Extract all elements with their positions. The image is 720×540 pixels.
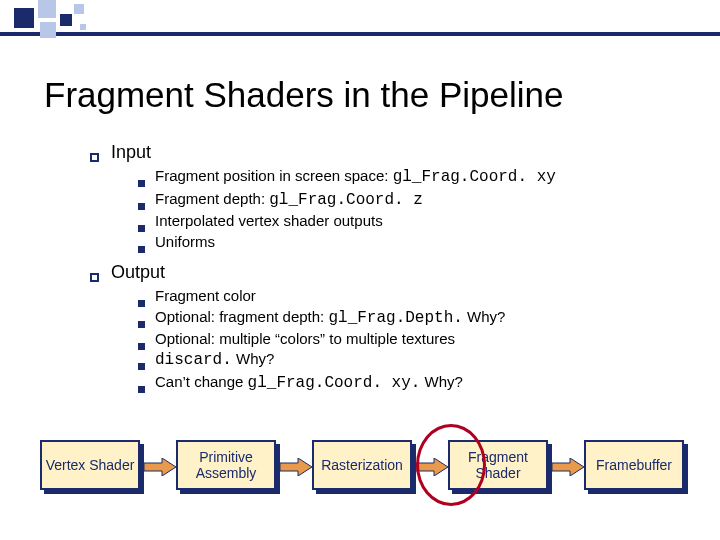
pipeline-diagram: Vertex ShaderPrimitive AssemblyRasteriza… (40, 440, 700, 494)
bullet-text: Fragment color (155, 286, 256, 306)
bullet-item: Optional: fragment depth: gl_Frag.Depth.… (138, 307, 670, 330)
arrow-right-icon (416, 458, 448, 476)
bullet-text: Can’t change gl_Frag.Coord. xy. Why? (155, 372, 463, 395)
code-text: gl_Frag.Coord. z (269, 191, 423, 209)
bullet-item: Uniforms (138, 232, 670, 252)
pipeline-stage: Fragment Shader (448, 440, 552, 494)
arrow-right-icon (144, 458, 176, 476)
hollow-square-bullet-icon (90, 273, 99, 282)
pipeline-stage-label: Primitive Assembly (176, 440, 276, 490)
bullet-item: discard. Why? (138, 349, 670, 372)
solid-square-bullet-icon (138, 203, 145, 210)
pipeline-stage-label: Vertex Shader (40, 440, 140, 490)
solid-square-bullet-icon (138, 225, 145, 232)
bullet-text: Uniforms (155, 232, 215, 252)
solid-square-bullet-icon (138, 246, 145, 253)
bullet-item: Optional: multiple “colors” to multiple … (138, 329, 670, 349)
header-decoration (0, 0, 720, 50)
code-text: gl_Frag.Coord. xy. (248, 374, 421, 392)
bullet-item: Fragment color (138, 286, 670, 306)
pipeline-stage: Primitive Assembly (176, 440, 280, 494)
bullet-text: discard. Why? (155, 349, 274, 372)
pipeline-stage-label: Fragment Shader (448, 440, 548, 490)
bullet-text: Fragment depth: gl_Frag.Coord. z (155, 189, 423, 212)
solid-square-bullet-icon (138, 300, 145, 307)
pipeline-stage: Vertex Shader (40, 440, 144, 494)
arrow-right-icon (552, 458, 584, 476)
bullet-item: Can’t change gl_Frag.Coord. xy. Why? (138, 372, 670, 395)
sub-list: Fragment position in screen space: gl_Fr… (138, 166, 670, 252)
solid-square-bullet-icon (138, 180, 145, 187)
hollow-square-bullet-icon (90, 153, 99, 162)
code-text: gl_Frag.Depth. (328, 309, 462, 327)
slide-content: InputFragment position in screen space: … (90, 140, 670, 403)
bullet-item: Fragment position in screen space: gl_Fr… (138, 166, 670, 189)
pipeline-stage: Framebuffer (584, 440, 688, 494)
solid-square-bullet-icon (138, 321, 145, 328)
pipeline-stage-label: Rasterization (312, 440, 412, 490)
bullet-text: Interpolated vertex shader outputs (155, 211, 383, 231)
slide-title: Fragment Shaders in the Pipeline (44, 75, 563, 115)
section-header: Input (90, 140, 670, 164)
solid-square-bullet-icon (138, 363, 145, 370)
sub-list: Fragment colorOptional: fragment depth: … (138, 286, 670, 394)
pipeline-stage-label: Framebuffer (584, 440, 684, 490)
bullet-item: Fragment depth: gl_Frag.Coord. z (138, 189, 670, 212)
arrow-right-icon (280, 458, 312, 476)
code-text: discard. (155, 351, 232, 369)
bullet-text: Optional: multiple “colors” to multiple … (155, 329, 455, 349)
code-text: gl_Frag.Coord. xy (393, 168, 556, 186)
solid-square-bullet-icon (138, 343, 145, 350)
bullet-item: Interpolated vertex shader outputs (138, 211, 670, 231)
bullet-text: Fragment position in screen space: gl_Fr… (155, 166, 556, 189)
section-header: Output (90, 260, 670, 284)
bullet-text: Optional: fragment depth: gl_Frag.Depth.… (155, 307, 505, 330)
pipeline-stage: Rasterization (312, 440, 416, 494)
section-label: Input (111, 140, 151, 164)
solid-square-bullet-icon (138, 386, 145, 393)
section-label: Output (111, 260, 165, 284)
